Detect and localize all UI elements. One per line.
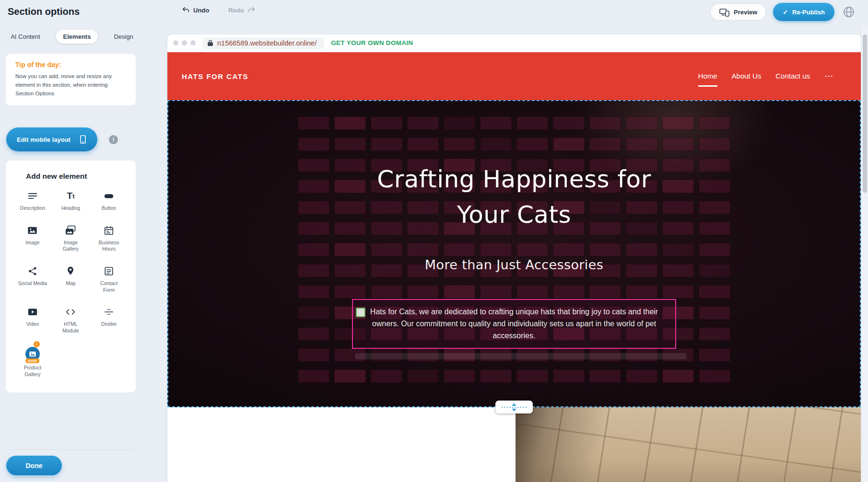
sidebar: AI Content Elements Design Tip of the da… — [0, 24, 144, 482]
url-bar[interactable]: n1566589.websitebuilder.online/ — [202, 37, 324, 49]
hero-heading[interactable]: Crafting Happiness for Your Cats — [167, 161, 861, 232]
element-heading[interactable]: Tt Heading — [52, 188, 90, 213]
product-gallery-icon: ↑ SHOP — [25, 346, 40, 362]
nav-contact-us[interactable]: Contact us — [775, 72, 810, 81]
page-title: Section options — [8, 6, 80, 17]
redo-icon — [247, 6, 256, 14]
html-module-icon — [65, 305, 76, 319]
tab-ai-content[interactable]: AI Content — [3, 30, 47, 44]
preview-label: Preview — [734, 9, 757, 16]
element-product-gallery[interactable]: ↑ SHOP Product Gallery — [13, 345, 52, 379]
hero-paragraph: Hats for Cats, we are dedicated to craft… — [362, 306, 667, 342]
contact-form-icon — [104, 264, 114, 278]
element-image[interactable]: Image — [13, 223, 52, 253]
info-icon[interactable]: i — [109, 135, 118, 144]
site-header: HATS FOR CATS Home About Us Contact us ⋯ — [167, 52, 861, 100]
preview-button[interactable]: Preview — [710, 3, 766, 21]
divider-icon — [104, 305, 114, 319]
mobile-layout-row: Edit mobile layout i — [6, 127, 118, 151]
history-controls: Undo Redo — [178, 5, 259, 15]
upgrade-dot-icon: ↑ — [34, 341, 40, 347]
redo-button[interactable]: Redo — [225, 5, 259, 15]
resize-arrows-icon — [500, 402, 528, 412]
site-nav: Home About Us Contact us ⋯ — [698, 70, 846, 82]
check-icon: ✓ — [783, 9, 788, 16]
window-controls — [173, 40, 196, 46]
element-button[interactable]: Button — [90, 188, 128, 213]
scrollbar-thumb[interactable] — [863, 34, 867, 193]
add-element-title: Add new element — [26, 172, 131, 181]
stone-floor-image — [516, 407, 861, 482]
element-html-module[interactable]: HTML Module — [52, 304, 90, 335]
language-globe-icon[interactable] — [841, 4, 856, 20]
map-icon — [65, 264, 76, 278]
section-resize-handle[interactable] — [495, 401, 533, 413]
tip-body: Now you can add, move and resize any ele… — [15, 72, 126, 98]
topbar: Section options Undo Redo Preview ✓ Re-P… — [0, 0, 868, 24]
hero-section[interactable]: Crafting Happiness for Your Cats More th… — [167, 100, 861, 407]
sidebar-divider — [6, 449, 136, 450]
next-section[interactable] — [167, 407, 861, 482]
undo-button[interactable]: Undo — [178, 5, 212, 15]
element-description[interactable]: Description — [13, 188, 52, 213]
page-scrollbar — [861, 27, 868, 482]
get-domain-link[interactable]: GET YOUR OWN DOMAIN — [331, 39, 413, 46]
sidebar-tabs: AI Content Elements Design — [0, 30, 144, 44]
republish-button[interactable]: ✓ Re-Publish — [773, 3, 834, 21]
shop-badge: SHOP — [25, 358, 40, 363]
preview-icon — [719, 8, 729, 17]
nav-about-us[interactable]: About Us — [732, 72, 762, 81]
nav-more-icon[interactable]: ⋯ — [824, 70, 834, 82]
edit-mobile-layout-label: Edit mobile layout — [17, 136, 70, 143]
hover-highlight — [355, 353, 686, 359]
phone-icon — [78, 135, 88, 144]
hero-subheading[interactable]: More than Just Accessories — [167, 257, 861, 272]
element-divider[interactable]: Divider — [90, 304, 128, 335]
undo-icon — [181, 6, 190, 14]
element-grid: Description Tt Heading Button Image — [11, 188, 131, 379]
edit-mobile-layout-button[interactable]: Edit mobile layout — [6, 127, 97, 151]
button-icon — [103, 189, 115, 203]
done-button[interactable]: Done — [6, 456, 62, 475]
site-logo: HATS FOR CATS — [182, 72, 248, 80]
element-business-hours[interactable]: Business Hours — [90, 223, 128, 253]
element-social-media[interactable]: Social Media — [13, 264, 52, 294]
social-media-icon — [27, 264, 38, 278]
element-image-gallery[interactable]: Image Gallery — [52, 223, 90, 253]
lock-icon — [207, 40, 213, 46]
add-element-panel: Add new element Description Tt Heading B… — [6, 161, 136, 392]
tab-elements[interactable]: Elements — [56, 30, 98, 44]
heading-icon: Tt — [67, 189, 75, 203]
business-hours-icon — [104, 224, 114, 237]
url-text: n1566589.websitebuilder.online/ — [217, 39, 317, 47]
nav-home[interactable]: Home — [698, 72, 717, 81]
video-icon — [27, 305, 38, 319]
selected-text-element[interactable]: Hats for Cats, we are dedicated to craft… — [352, 299, 676, 349]
republish-label: Re-Publish — [792, 9, 825, 16]
element-video[interactable]: Video — [13, 304, 52, 335]
redo-label: Redo — [228, 7, 244, 14]
browser-chrome: n1566589.websitebuilder.online/ GET YOUR… — [167, 34, 861, 52]
tip-title: Tip of the day: — [15, 61, 126, 69]
undo-label: Undo — [193, 7, 209, 14]
hero-content: Crafting Happiness for Your Cats More th… — [167, 100, 861, 359]
browser-window: n1566589.websitebuilder.online/ GET YOUR… — [167, 34, 861, 482]
description-icon — [27, 189, 38, 203]
element-drag-handle[interactable] — [356, 308, 365, 317]
element-map[interactable]: Map — [52, 264, 90, 294]
site-preview: HATS FOR CATS Home About Us Contact us ⋯… — [167, 52, 861, 482]
image-icon — [27, 224, 38, 237]
element-contact-form[interactable]: Contact Form — [90, 264, 128, 294]
topbar-actions: Preview ✓ Re-Publish — [710, 3, 856, 21]
tab-design[interactable]: Design — [106, 30, 140, 44]
tip-of-the-day-card: Tip of the day: Now you can add, move an… — [6, 54, 136, 105]
image-gallery-icon — [65, 224, 76, 237]
